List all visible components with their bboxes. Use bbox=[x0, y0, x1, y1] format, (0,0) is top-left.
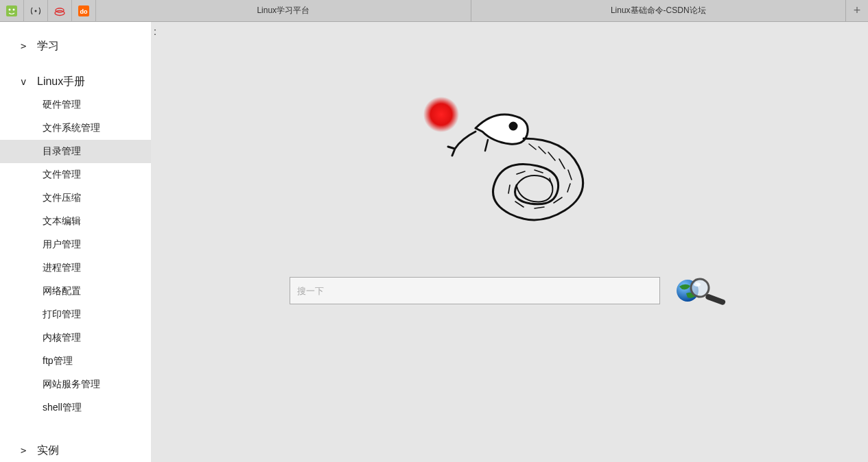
sidebar-section-label: Linux手册 bbox=[37, 75, 85, 89]
tab-favicon-4[interactable]: do bbox=[72, 0, 96, 22]
workspace: > 学习 v Linux手册 硬件管理 文件系统管理 目录管理 文件管理 文件压… bbox=[0, 22, 868, 462]
sidebar-item-print-mgmt[interactable]: 打印管理 bbox=[0, 303, 151, 326]
svg-point-1 bbox=[9, 9, 11, 11]
sidebar: > 学习 v Linux手册 硬件管理 文件系统管理 目录管理 文件管理 文件压… bbox=[0, 22, 151, 462]
sidebar-section-label: 实例 bbox=[37, 443, 59, 458]
svg-rect-13 bbox=[705, 293, 726, 306]
tab-favicon-2[interactable] bbox=[24, 0, 48, 22]
browser-tab-active[interactable]: Linux学习平台 bbox=[96, 0, 471, 21]
svg-point-8 bbox=[423, 97, 459, 132]
tab-title-inactive: Linux基础命令-CSDN论坛 bbox=[611, 5, 706, 16]
sidebar-item-website-mgmt[interactable]: 网站服务管理 bbox=[0, 373, 151, 396]
sidebar-subitems-linux-manual: 硬件管理 文件系统管理 目录管理 文件管理 文件压缩 文本编辑 用户管理 进程管… bbox=[0, 93, 151, 426]
chevron-down-icon: v bbox=[21, 76, 37, 87]
sidebar-item-user-mgmt[interactable]: 用户管理 bbox=[0, 233, 151, 256]
sidebar-item-shell-mgmt[interactable]: shell管理 bbox=[0, 396, 151, 420]
globe-magnifier-icon bbox=[672, 276, 730, 306]
main-content: : bbox=[151, 22, 868, 462]
tab-favicon-1[interactable] bbox=[0, 0, 24, 22]
sidebar-section-label: 学习 bbox=[37, 39, 59, 53]
chevron-right-icon: > bbox=[21, 40, 37, 51]
browser-tab-inactive[interactable]: Linux基础命令-CSDN论坛 bbox=[471, 0, 847, 21]
sidebar-item-ftp-mgmt[interactable]: ftp管理 bbox=[0, 350, 151, 373]
snake-logo bbox=[407, 90, 613, 234]
svg-point-9 bbox=[510, 123, 517, 130]
browser-tab-bar: do Linux学习平台 Linux基础命令-CSDN论坛 + bbox=[0, 0, 868, 22]
svg-point-2 bbox=[13, 9, 15, 11]
tab-title-active: Linux学习平台 bbox=[257, 5, 309, 16]
svg-text:do: do bbox=[80, 8, 88, 15]
sidebar-section-study[interactable]: > 学习 bbox=[0, 22, 151, 58]
sidebar-section-linux-manual[interactable]: v Linux手册 bbox=[0, 58, 151, 93]
svg-point-3 bbox=[35, 10, 37, 12]
search-row bbox=[290, 276, 730, 306]
sidebar-item-file-mgmt[interactable]: 文件管理 bbox=[0, 163, 151, 186]
sidebar-item-directory-mgmt[interactable]: 目录管理 bbox=[0, 140, 151, 163]
svg-rect-0 bbox=[6, 5, 17, 16]
sidebar-item-process-mgmt[interactable]: 进程管理 bbox=[0, 256, 151, 280]
sidebar-item-kernel-mgmt[interactable]: 内核管理 bbox=[0, 326, 151, 350]
sidebar-item-network-config[interactable]: 网络配置 bbox=[0, 280, 151, 303]
new-tab-button[interactable]: + bbox=[846, 0, 868, 21]
search-input[interactable] bbox=[290, 277, 660, 304]
chevron-right-icon: > bbox=[21, 445, 37, 456]
sidebar-item-hardware-mgmt[interactable]: 硬件管理 bbox=[0, 93, 151, 117]
sidebar-section-examples[interactable]: > 实例 bbox=[0, 426, 151, 462]
plus-icon: + bbox=[854, 3, 861, 18]
search-button[interactable] bbox=[672, 276, 730, 306]
tab-favicon-3[interactable] bbox=[48, 0, 72, 22]
sidebar-item-file-compress[interactable]: 文件压缩 bbox=[0, 186, 151, 210]
sidebar-item-text-edit[interactable]: 文本编辑 bbox=[0, 210, 151, 233]
sidebar-item-filesystem-mgmt[interactable]: 文件系统管理 bbox=[0, 117, 151, 140]
svg-point-12 bbox=[694, 282, 701, 287]
corner-text: : bbox=[154, 26, 156, 37]
svg-point-11 bbox=[691, 279, 709, 297]
